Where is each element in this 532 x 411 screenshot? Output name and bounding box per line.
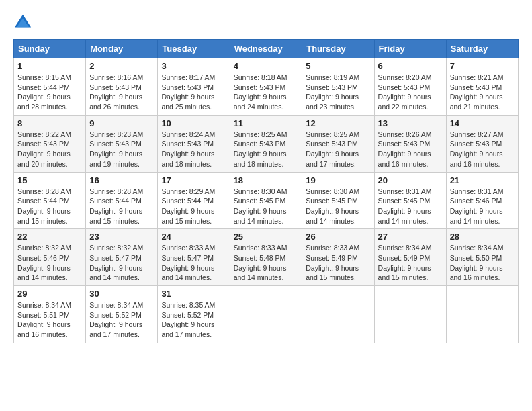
daylight-label: Daylight: [17, 207, 47, 215]
sunrise-label: Sunrise: [306, 187, 332, 195]
daylight-label: Daylight: [17, 320, 47, 328]
day-number: 24 [161, 232, 226, 242]
sunset-label: Sunset: [89, 197, 114, 205]
daylight-label: Daylight: [17, 264, 47, 272]
day-number: 26 [306, 232, 370, 242]
calendar-cell: 24 Sunrise: 8:33 AM Sunset: 5:47 PM Dayl… [158, 229, 230, 286]
day-detail: Sunrise: 8:27 AM Sunset: 5:43 PM Dayligh… [450, 130, 515, 169]
daylight-label: Daylight: [378, 93, 408, 101]
sunrise-label: Sunrise: [89, 73, 116, 81]
sunset-label: Sunset: [89, 254, 114, 262]
daylight-label: Daylight: [17, 150, 47, 158]
logo-icon [13, 13, 32, 32]
daylight-label: Daylight: [234, 150, 263, 158]
sunset-label: Sunset: [89, 83, 114, 91]
day-detail: Sunrise: 8:17 AM Sunset: 5:43 PM Dayligh… [161, 73, 226, 112]
day-number: 6 [378, 61, 443, 71]
sunset-label: Sunset: [234, 140, 258, 148]
weekday-header-thursday: Thursday [302, 40, 374, 58]
day-number: 13 [378, 118, 443, 128]
daylight-label: Daylight: [450, 207, 480, 215]
daylight-label: Daylight: [306, 93, 335, 101]
weekday-header-monday: Monday [86, 40, 158, 58]
sunset-label: Sunset: [161, 311, 185, 319]
sunset-label: Sunset: [89, 311, 114, 319]
sunrise-label: Sunrise: [89, 130, 116, 138]
calendar-cell: 19 Sunrise: 8:30 AM Sunset: 5:45 PM Dayl… [302, 172, 374, 229]
day-detail: Sunrise: 8:25 AM Sunset: 5:43 PM Dayligh… [234, 130, 299, 169]
day-detail: Sunrise: 8:29 AM Sunset: 5:44 PM Dayligh… [161, 187, 226, 226]
sunrise-label: Sunrise: [17, 187, 44, 195]
calendar-cell: 13 Sunrise: 8:26 AM Sunset: 5:43 PM Dayl… [374, 115, 446, 172]
week-row-2: 8 Sunrise: 8:22 AM Sunset: 5:43 PM Dayli… [14, 115, 519, 172]
day-number: 16 [89, 175, 154, 185]
sunrise-label: Sunrise: [234, 244, 260, 252]
sunrise-label: Sunrise: [89, 187, 116, 195]
calendar-cell: 31 Sunrise: 8:35 AM Sunset: 5:52 PM Dayl… [158, 286, 230, 343]
day-number: 20 [378, 175, 443, 185]
sunrise-label: Sunrise: [161, 130, 187, 138]
sunrise-label: Sunrise: [450, 244, 476, 252]
day-detail: Sunrise: 8:34 AM Sunset: 5:52 PM Dayligh… [89, 300, 154, 340]
sunrise-label: Sunrise: [378, 244, 404, 252]
sunrise-label: Sunrise: [306, 244, 332, 252]
sunrise-label: Sunrise: [450, 130, 476, 138]
daylight-label: Daylight: [234, 264, 263, 272]
day-number: 7 [450, 61, 515, 71]
daylight-label: Daylight: [306, 207, 335, 215]
daylight-label: Daylight: [89, 150, 119, 158]
weekday-header-wednesday: Wednesday [230, 40, 302, 58]
calendar-cell: 20 Sunrise: 8:31 AM Sunset: 5:45 PM Dayl… [374, 172, 446, 229]
daylight-label: Daylight: [234, 93, 263, 101]
sunrise-label: Sunrise: [378, 73, 404, 81]
week-row-1: 1 Sunrise: 8:15 AM Sunset: 5:44 PM Dayli… [14, 58, 519, 116]
day-detail: Sunrise: 8:34 AM Sunset: 5:49 PM Dayligh… [378, 243, 443, 283]
calendar-table: SundayMondayTuesdayWednesdayThursdayFrid… [13, 39, 519, 343]
day-detail: Sunrise: 8:31 AM Sunset: 5:46 PM Dayligh… [450, 187, 515, 226]
daylight-label: Daylight: [161, 150, 191, 158]
sunset-label: Sunset: [450, 83, 474, 91]
sunset-label: Sunset: [17, 254, 42, 262]
sunset-label: Sunset: [450, 197, 474, 205]
calendar-cell: 16 Sunrise: 8:28 AM Sunset: 5:44 PM Dayl… [86, 172, 158, 229]
sunrise-label: Sunrise: [306, 73, 332, 81]
daylight-label: Daylight: [450, 150, 480, 158]
day-number: 10 [161, 118, 226, 128]
day-number: 5 [306, 61, 370, 71]
sunrise-label: Sunrise: [234, 130, 260, 138]
day-number: 22 [17, 232, 82, 242]
daylight-label: Daylight: [378, 207, 408, 215]
day-detail: Sunrise: 8:35 AM Sunset: 5:52 PM Dayligh… [161, 300, 226, 340]
sunset-label: Sunset: [161, 254, 185, 262]
sunrise-label: Sunrise: [306, 130, 332, 138]
daylight-label: Daylight: [306, 264, 335, 272]
calendar-cell: 9 Sunrise: 8:23 AM Sunset: 5:43 PM Dayli… [86, 115, 158, 172]
calendar-cell: 27 Sunrise: 8:34 AM Sunset: 5:49 PM Dayl… [374, 229, 446, 286]
weekday-header-friday: Friday [374, 40, 446, 58]
sunset-label: Sunset: [450, 254, 474, 262]
daylight-label: Daylight: [17, 93, 47, 101]
sunrise-label: Sunrise: [161, 244, 187, 252]
week-row-5: 29 Sunrise: 8:34 AM Sunset: 5:51 PM Dayl… [14, 286, 519, 343]
sunset-label: Sunset: [306, 254, 330, 262]
daylight-label: Daylight: [161, 264, 191, 272]
weekday-header-tuesday: Tuesday [158, 40, 230, 58]
sunrise-label: Sunrise: [17, 73, 44, 81]
daylight-label: Daylight: [89, 264, 119, 272]
sunrise-label: Sunrise: [378, 187, 404, 195]
day-number: 28 [450, 232, 515, 242]
sunrise-label: Sunrise: [89, 301, 116, 309]
sunrise-label: Sunrise: [378, 130, 404, 138]
day-number: 21 [450, 175, 515, 185]
daylight-label: Daylight: [234, 207, 263, 215]
day-detail: Sunrise: 8:21 AM Sunset: 5:43 PM Dayligh… [450, 73, 515, 112]
sunset-label: Sunset: [306, 140, 330, 148]
calendar-cell: 6 Sunrise: 8:20 AM Sunset: 5:43 PM Dayli… [374, 58, 446, 116]
daylight-label: Daylight: [378, 264, 408, 272]
day-detail: Sunrise: 8:28 AM Sunset: 5:44 PM Dayligh… [17, 187, 82, 226]
calendar-cell: 25 Sunrise: 8:33 AM Sunset: 5:48 PM Dayl… [230, 229, 302, 286]
sunset-label: Sunset: [161, 83, 185, 91]
sunrise-label: Sunrise: [89, 244, 116, 252]
calendar-cell: 2 Sunrise: 8:16 AM Sunset: 5:43 PM Dayli… [86, 58, 158, 116]
sunrise-label: Sunrise: [161, 187, 187, 195]
